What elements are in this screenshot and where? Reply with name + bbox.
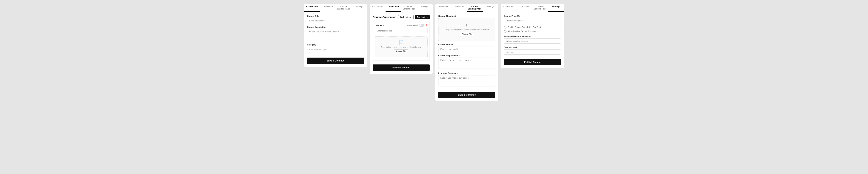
learning-outcomes-input[interactable] [438, 75, 495, 86]
requirements-label: Course Requirements [438, 55, 495, 57]
tab-curriculum-2[interactable]: Curriculum [385, 4, 401, 12]
settings-panel: Course Info Curriculum Course Landing Pa… [501, 4, 564, 69]
learning-outcomes-label: Learning Outcomes [438, 72, 495, 74]
duration-label: Estimated Duration (Hours) [504, 35, 561, 37]
thumbnail-upload-zone[interactable]: ⬆ Drag and drop your thumbnail here or c… [438, 18, 495, 41]
tab-landing-3[interactable]: Course Landing Page [467, 4, 483, 12]
course-landing-panel: Course Info Curriculum Course Landing Pa… [435, 4, 498, 101]
subtitle-label: Course Subtitle [438, 43, 495, 46]
tab-curriculum-1[interactable]: Curriculum [320, 4, 336, 12]
lecture-header: Lecture 1 Free Preview 🗑 [375, 24, 428, 27]
thumbnail-choose-file-btn[interactable]: Choose File [460, 32, 474, 36]
curriculum-actions: Bulk Upload Add Lecture [398, 15, 430, 20]
tab-landing-4[interactable]: Course Landing Page [532, 4, 548, 12]
lecture-label: Lecture 1 [375, 24, 384, 27]
tab-landing-1[interactable]: Course Landing Page [336, 4, 351, 12]
course-description-group: Course Description [307, 26, 364, 41]
free-preview-toggle[interactable] [419, 24, 424, 27]
bulk-upload-btn[interactable]: Bulk Upload [398, 15, 413, 20]
tab-bar-2: Course Info Curriculum Course Landing Pa… [370, 4, 433, 12]
level-label: Course Level [504, 46, 561, 48]
tab-settings-3[interactable]: Settings [483, 4, 498, 12]
price-group: Course Price ($) [504, 15, 561, 23]
upload-video-text: Drag and drop your video here or click t… [379, 46, 424, 48]
tab-bar-3: Course Info Curriculum Course Landing Pa… [435, 4, 498, 12]
subtitle-group: Course Subtitle [438, 43, 495, 52]
checkboxes-group: Enable Course Completion Certificate All… [504, 26, 561, 33]
choose-file-btn[interactable]: Choose File [394, 49, 408, 53]
panel-body-4: Course Price ($) Enable Course Completio… [501, 12, 564, 68]
panel-body-3: Course Thumbnail ⬆ Drag and drop your th… [435, 12, 498, 101]
save-continue-btn-3[interactable]: Save & Continue [438, 92, 495, 98]
course-description-label: Course Description [307, 26, 364, 28]
course-title-input[interactable] [307, 18, 364, 23]
tab-course-info-1[interactable]: Course Info [304, 4, 320, 12]
level-group: Course Level Beginner [504, 46, 561, 55]
thumbnail-label: Course Thumbnail [438, 15, 495, 17]
allow-preview-checkbox[interactable] [504, 30, 506, 33]
upload-video-icon: 📄 [379, 40, 424, 45]
add-lecture-btn[interactable]: Add Lecture [415, 15, 430, 19]
requirements-input[interactable] [438, 58, 495, 69]
level-value[interactable]: Beginner [504, 49, 561, 55]
duration-group: Estimated Duration (Hours) [504, 35, 561, 44]
tab-bar-1: Course Info Curriculum Course Landing Pa… [304, 4, 367, 12]
tab-settings-4[interactable]: Settings [548, 4, 564, 12]
tab-curriculum-4[interactable]: Curriculum [517, 4, 533, 12]
thumbnail-drag-text: Drag and drop your thumbnail here or cli… [443, 29, 491, 31]
subtitle-input[interactable] [438, 46, 495, 52]
tab-curriculum-3[interactable]: Curriculum [451, 4, 467, 12]
category-label: Category [307, 44, 364, 46]
course-title-label: Course Title [307, 15, 364, 17]
allow-preview-label: Allow Preview Before Purchase [507, 30, 536, 32]
learning-outcomes-group: Learning Outcomes [438, 72, 495, 87]
tab-landing-2[interactable]: Course Landing Page [401, 4, 417, 12]
tab-course-info-3[interactable]: Course Info [435, 4, 451, 12]
panel-body-2: Course Curriculum Bulk Upload Add Lectur… [370, 12, 433, 74]
completion-certificate-checkbox[interactable] [504, 26, 506, 29]
completion-certificate-label: Enable Course Completion Certificate [507, 26, 542, 28]
curriculum-title: Course Curriculum [373, 15, 396, 19]
save-continue-btn-2[interactable]: Save & Continue [373, 65, 430, 71]
publish-course-btn[interactable]: Publish Course [504, 59, 561, 65]
price-label: Course Price ($) [504, 15, 561, 17]
checkbox-preview-row: Allow Preview Before Purchase [504, 30, 561, 33]
course-title-group: Course Title [307, 15, 364, 23]
tab-settings-2[interactable]: Settings [417, 4, 433, 12]
tab-course-info-2[interactable]: Course Info [370, 4, 385, 12]
course-description-input[interactable] [307, 29, 364, 40]
toggle-knob [419, 24, 422, 27]
course-info-panel: Course Info Curriculum Course Landing Pa… [304, 4, 367, 67]
curriculum-panel: Course Info Curriculum Course Landing Pa… [370, 4, 433, 74]
tab-bar-4: Course Info Curriculum Course Landing Pa… [501, 4, 564, 12]
free-preview-label: Free Preview [407, 25, 418, 27]
panel-body-1: Course Title Course Description Category… [304, 12, 367, 67]
save-continue-btn-1[interactable]: Save & Continue [307, 58, 364, 64]
price-input[interactable] [504, 18, 561, 23]
lecture-title-input[interactable] [375, 28, 428, 33]
video-upload-zone[interactable]: 📄 Drag and drop your video here or click… [375, 36, 428, 57]
delete-lecture-icon[interactable]: 🗑 [426, 24, 428, 27]
tab-course-info-4[interactable]: Course Info [501, 4, 517, 12]
checkbox-completion-row: Enable Course Completion Certificate [504, 26, 561, 29]
requirements-group: Course Requirements [438, 55, 495, 69]
thumbnail-group: Course Thumbnail ⬆ Drag and drop your th… [438, 15, 495, 41]
curriculum-header: Course Curriculum Bulk Upload Add Lectur… [373, 15, 430, 20]
lecture-controls: Free Preview 🗑 [407, 24, 428, 27]
category-value[interactable]: Enrolled Agent (EA) [307, 47, 364, 52]
upload-thumbnail-icon: ⬆ [443, 23, 491, 28]
tab-settings-1[interactable]: Settings [351, 4, 367, 12]
duration-input[interactable] [504, 38, 561, 44]
category-group: Category Enrolled Agent (EA) [307, 44, 364, 52]
lecture-row: Lecture 1 Free Preview 🗑 📄 Drag and drop… [373, 22, 430, 61]
